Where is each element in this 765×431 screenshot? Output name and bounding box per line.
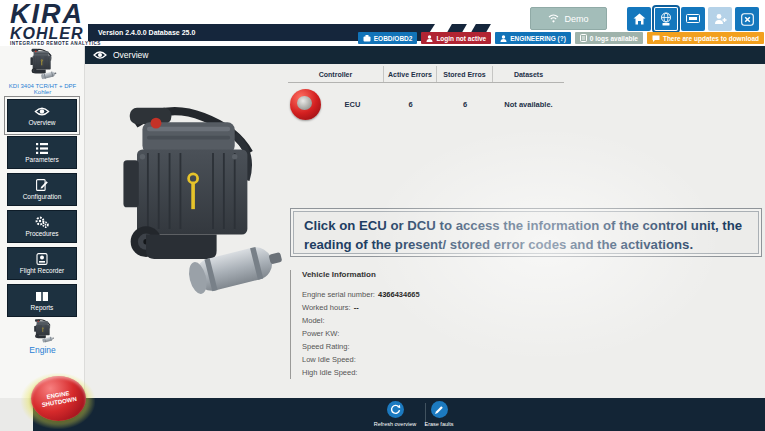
badge-eobd-label: EOBD/OBD2 bbox=[374, 35, 413, 42]
vehicle-info-row: Speed Rating: bbox=[302, 340, 590, 353]
user-icon bbox=[500, 35, 507, 42]
sidebar-item-procedures[interactable]: Procedures bbox=[7, 210, 77, 243]
user-icon bbox=[426, 35, 433, 42]
controller-table: Controller Active Errors Stored Erros Da… bbox=[288, 66, 564, 125]
page-title: Overview bbox=[113, 50, 148, 60]
sidebar-item-label: Overview bbox=[28, 119, 55, 126]
sidebar-item-label: Reports bbox=[31, 304, 54, 311]
device-icon bbox=[686, 14, 700, 25]
eye-icon bbox=[93, 50, 107, 60]
engine-model-link[interactable]: KDI 3404 TCR/HT + DPF Kohler bbox=[0, 83, 85, 95]
sidebar-item-overview[interactable]: Overview bbox=[7, 99, 77, 132]
field-label: Speed Rating: bbox=[302, 342, 350, 351]
field-label: Model: bbox=[302, 316, 325, 325]
badge-updates[interactable]: There are updates to download bbox=[647, 32, 764, 44]
refresh-icon bbox=[390, 404, 401, 415]
field-label: High Idle Speed: bbox=[302, 368, 357, 377]
table-header-controller: Controller bbox=[288, 66, 384, 82]
network-globe-icon bbox=[659, 12, 673, 26]
table-header-active-errors: Active Errors bbox=[384, 66, 437, 82]
recorder-icon bbox=[36, 253, 48, 265]
home-icon bbox=[633, 13, 646, 25]
sidebar-item-parameters[interactable]: Parameters bbox=[7, 136, 77, 169]
close-app-button[interactable] bbox=[735, 7, 759, 31]
demo-button[interactable]: Demo bbox=[530, 7, 607, 30]
device-button[interactable] bbox=[681, 7, 705, 31]
toolbar-icons bbox=[627, 7, 759, 31]
badge-logs[interactable]: 0 logs available bbox=[575, 32, 643, 44]
vehicle-info-row: Low Idle Speed: bbox=[302, 353, 590, 366]
sidebar: KDI 3404 TCR/HT + DPF Kohler Overview Pa… bbox=[0, 46, 85, 398]
ecu-stored-errors: 6 bbox=[437, 100, 493, 109]
eye-icon bbox=[34, 106, 50, 117]
demo-button-label: Demo bbox=[564, 14, 588, 24]
info-message-box: Click on ECU or DCU to access the inform… bbox=[290, 208, 762, 257]
vehicle-info-panel: Vehicle Information Engine serial number… bbox=[290, 270, 590, 379]
badge-eobd[interactable]: EOBD/OBD2 bbox=[358, 32, 418, 44]
ecu-active-errors: 6 bbox=[384, 100, 437, 109]
badge-login-label: Login not active bbox=[436, 35, 486, 42]
info-message-text: Click on ECU or DCU to access the inform… bbox=[293, 211, 759, 254]
sidebar-engine-section[interactable]: Engine bbox=[0, 318, 85, 355]
engine-section-label: Engine bbox=[0, 345, 85, 355]
field-value: 4366434665 bbox=[378, 290, 420, 299]
erase-faults-label: Erase faults bbox=[409, 421, 469, 427]
ecu-icon[interactable] bbox=[290, 89, 321, 120]
badge-engineering-label: ENGINEERING (?) bbox=[510, 35, 566, 42]
engine-thumbnail bbox=[11, 47, 73, 81]
network-button[interactable] bbox=[654, 7, 678, 31]
sidebar-item-label: Configuration bbox=[23, 193, 62, 200]
table-header-datasets: Datasets bbox=[493, 66, 564, 82]
field-value: -- bbox=[354, 303, 359, 312]
logo-kira-text: KIRA bbox=[10, 2, 120, 26]
sidebar-item-configuration[interactable]: Configuration bbox=[7, 173, 77, 206]
shutdown-label: ENGINE SHUTDOWN bbox=[40, 389, 77, 409]
main-content: Controller Active Errors Stored Erros Da… bbox=[85, 64, 765, 398]
vehicle-info-row: Worked hours:-- bbox=[302, 301, 590, 314]
book-icon bbox=[35, 291, 49, 302]
home-button[interactable] bbox=[627, 7, 651, 31]
logo-kohler-text: KOHLER bbox=[10, 26, 84, 41]
vehicle-info-row: Engine serial number:4366434665 bbox=[302, 288, 590, 301]
kira-diagnostics-window: KIRA KOHLER INTEGRATED REMOTE ANALYTICS … bbox=[0, 0, 765, 431]
edit-page-icon bbox=[36, 179, 48, 191]
badge-engineering[interactable]: ENGINEERING (?) bbox=[495, 32, 571, 44]
ecu-name: ECU bbox=[321, 100, 384, 109]
field-label: Engine serial number: bbox=[302, 290, 375, 299]
sidebar-item-flight-recorder[interactable]: Flight Recorder bbox=[7, 247, 77, 280]
eraser-icon bbox=[434, 405, 444, 415]
sidebar-item-label: Parameters bbox=[25, 156, 59, 163]
badge-logs-label: 0 logs available bbox=[590, 35, 638, 42]
badge-login-status[interactable]: Login not active bbox=[421, 32, 491, 44]
engine-shutdown-button[interactable]: ENGINE SHUTDOWN bbox=[21, 373, 95, 429]
vehicle-info-row: Power KW: bbox=[302, 327, 590, 340]
vehicle-info-row: Model: bbox=[302, 314, 590, 327]
wifi-icon bbox=[548, 14, 559, 23]
badge-updates-label: There are updates to download bbox=[663, 35, 759, 42]
sidebar-item-reports[interactable]: Reports bbox=[7, 284, 77, 317]
engine-image bbox=[99, 92, 289, 310]
field-label: Low Idle Speed: bbox=[302, 355, 356, 364]
chat-icon bbox=[652, 35, 660, 42]
ecu-datasets: Not available. bbox=[493, 100, 564, 109]
table-header-row: Controller Active Errors Stored Erros Da… bbox=[288, 66, 564, 83]
field-label: Worked hours: bbox=[302, 303, 351, 312]
add-user-icon bbox=[714, 13, 727, 25]
field-label: Power KW: bbox=[302, 329, 339, 338]
vehicle-info-row: High Idle Speed: bbox=[302, 366, 590, 379]
footer-bar: Refresh overview Erase faults bbox=[33, 398, 765, 431]
list-icon bbox=[36, 143, 48, 154]
table-row-ecu[interactable]: ECU 6 6 Not available. bbox=[288, 83, 564, 125]
table-header-stored-errors: Stored Erros bbox=[437, 66, 493, 82]
gears-icon bbox=[35, 216, 49, 228]
page-header: Overview bbox=[85, 46, 765, 64]
erase-faults-button[interactable]: Erase faults bbox=[409, 401, 469, 427]
vehicle-info-title: Vehicle Information bbox=[302, 270, 590, 279]
logs-icon bbox=[580, 34, 587, 42]
sidebar-item-label: Flight Recorder bbox=[20, 267, 64, 274]
add-user-button[interactable] bbox=[708, 7, 732, 31]
obd-connector-icon bbox=[363, 35, 371, 42]
status-badges: EOBD/OBD2 Login not active ENGINEERING (… bbox=[358, 32, 764, 44]
engine-icon bbox=[19, 318, 67, 344]
sidebar-item-label: Procedures bbox=[25, 230, 58, 237]
